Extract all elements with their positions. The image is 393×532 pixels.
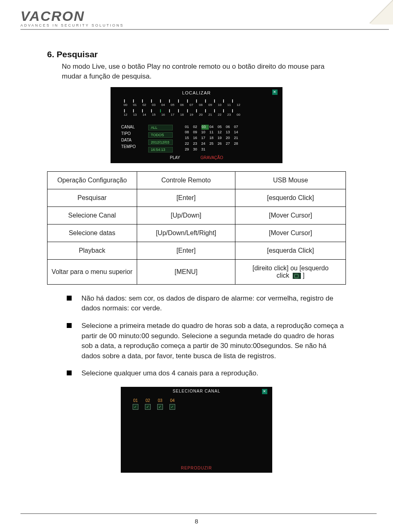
cell-op: Pesquisar — [47, 189, 137, 207]
timeline-tick — [223, 109, 224, 112]
timeline-label: 02 — [141, 103, 148, 107]
timeline-label: 12 — [235, 103, 242, 107]
table-row: Voltar para o menu superior [MENU] [dire… — [47, 259, 346, 284]
channel-item: 02✓ — [144, 398, 152, 410]
table-row: Selecione datas [Up/Down/Left/Right] [Mo… — [47, 224, 346, 242]
timeline-label: 00 — [122, 103, 129, 107]
ss1-title-text: LOCALIZAR — [182, 90, 211, 95]
timeline-tick — [160, 109, 161, 112]
timeline-tick — [142, 109, 143, 112]
table-row: Pesquisar [Enter] [esquerdo Click] — [47, 189, 346, 207]
timeline-label: 07 — [188, 103, 195, 107]
timeline-tick — [187, 109, 188, 112]
cell-remote: [Up/Down] — [137, 207, 235, 224]
cell-op: Voltar para o menu superior — [47, 259, 137, 284]
calendar-day: 09 — [193, 130, 201, 135]
timeline-tick — [160, 99, 161, 103]
cell-remote: [Up/Down/Left/Right] — [137, 224, 235, 242]
cell-mouse: [esquerdo Click] — [235, 189, 346, 207]
cell-remote: [MENU] — [137, 259, 235, 284]
calendar-day: 27 — [226, 141, 233, 147]
timeline-label: 17 — [169, 113, 176, 117]
timeline-tick — [205, 99, 206, 103]
list-item: Selecione qualquer uma dos 4 canais para… — [67, 368, 346, 379]
calendar-day: 16 — [193, 136, 201, 141]
screenshot-selecionar-canal: SELECIONAR CANAL ✕ 01✓02✓03✓04✓ REPRODUZ… — [121, 387, 272, 473]
timeline-label: 04 — [160, 103, 167, 107]
checkbox-icon: ✓ — [133, 404, 138, 410]
timeline-tick — [151, 99, 152, 103]
brand-tagline: ADVANCES IN SECURITY SOLUTIONS — [20, 23, 124, 27]
section-intro: No modo Live, use o botão Play no contro… — [47, 62, 346, 81]
checkbox-icon: ✓ — [157, 404, 163, 410]
channel-item: 01✓ — [131, 398, 140, 410]
param-value: 16:54:13 — [148, 147, 173, 153]
checkbox-icon: ✓ — [169, 404, 175, 410]
cell-mouse: [esquerda Click] — [235, 242, 346, 259]
footer-rule — [20, 513, 377, 514]
cell-remote: [Enter] — [137, 189, 235, 207]
timeline-tick — [232, 109, 233, 112]
timeline-tick — [214, 109, 215, 112]
calendar-day: 30 — [193, 147, 201, 153]
channel-item: 04✓ — [168, 398, 176, 410]
cell-remote: [Enter] — [137, 242, 235, 259]
calendar-day: 03 — [201, 125, 209, 130]
timeline-tick — [169, 99, 170, 103]
channel-number: 03 — [158, 398, 162, 403]
timeline-label: 15 — [150, 113, 157, 117]
checkbox-icon: ✓ — [145, 404, 151, 410]
calendar-day: 19 — [218, 136, 225, 141]
timeline-tick — [133, 99, 134, 103]
calendar-day: 25 — [210, 141, 217, 147]
ss1-play-label: PLAY — [170, 155, 180, 160]
timeline-label: 01 — [131, 103, 138, 107]
timeline-tick — [124, 99, 125, 103]
cell-op: Selecione Canal — [47, 207, 137, 224]
table-header-row: Operação Configuração Controle Remoto US… — [47, 171, 346, 189]
calendar-day: 22 — [185, 141, 192, 147]
timeline-tick — [187, 99, 188, 103]
cell-op: Selecione datas — [47, 224, 137, 242]
timeline-label: 09 — [207, 103, 214, 107]
timeline-tick — [178, 109, 179, 112]
calendar-day: 26 — [218, 141, 225, 147]
timeline-label: 16 — [160, 113, 167, 117]
calendar-day: 07 — [234, 125, 242, 130]
calendar-day: 31 — [201, 147, 209, 153]
timeline-label: 12 — [122, 113, 129, 117]
th-operation: Operação Configuração — [47, 171, 137, 189]
timeline-label: 23 — [226, 113, 233, 117]
calendar-day: 01 — [185, 125, 192, 130]
operations-table: Operação Configuração Controle Remoto US… — [47, 171, 346, 285]
timeline-tick — [142, 99, 143, 103]
timeline-tick — [151, 109, 152, 112]
timeline-tick — [232, 99, 233, 103]
table-row: Playback [Enter] [esquerda Click] — [47, 242, 346, 259]
brand-logo: VACRON — [20, 8, 85, 24]
calendar-day: 21 — [234, 136, 242, 141]
timeline-label: 13 — [131, 113, 138, 117]
timeline-tick — [205, 109, 206, 112]
cell-mouse: [direito click] ou [esquerdo click ] — [235, 259, 346, 284]
calendar-day: 08 — [185, 130, 192, 135]
header-rule — [20, 29, 389, 30]
timeline-label: 10 — [216, 103, 223, 107]
list-item: Não há dados: sem cor, os dados de dispa… — [67, 294, 346, 314]
timeline-label: 03 — [150, 103, 157, 107]
channel-number: 04 — [170, 398, 174, 403]
ss2-titlebar: SELECIONAR CANAL ✕ — [124, 389, 269, 398]
timeline-tick — [196, 109, 197, 112]
page-header: VACRON ADVANCES IN SECURITY SOLUTIONS — [20, 8, 373, 30]
ss2-footer-label: REPRODUZIR — [124, 466, 269, 470]
calendar-day: 10 — [201, 130, 209, 135]
calendar-day: 05 — [218, 125, 225, 130]
calendar-day: 28 — [234, 141, 242, 147]
timeline-tick — [133, 109, 134, 112]
param-value: ALL — [148, 125, 173, 130]
table-row: Selecione Canal [Up/Down] [Mover Cursor] — [47, 207, 346, 224]
param-label: TIPO — [121, 131, 136, 136]
cell-mouse: [Mover Cursor] — [235, 207, 346, 224]
calendar-day: 17 — [201, 136, 209, 141]
timeline-label: 18 — [178, 113, 185, 117]
